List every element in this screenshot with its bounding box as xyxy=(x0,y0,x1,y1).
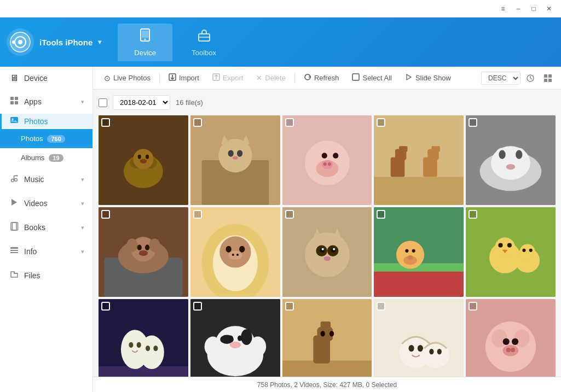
svg-rect-34 xyxy=(544,79,547,82)
photo-6-checkbox[interactable] xyxy=(101,210,110,219)
photo-cell-7[interactable] xyxy=(190,207,280,297)
header: iTools iPhone ▾ Device Toolbox xyxy=(0,17,561,67)
slide-show-button[interactable]: Slide Show xyxy=(400,71,456,85)
tab-device[interactable]: Device xyxy=(118,24,172,61)
date-select[interactable]: 2018-02-01 xyxy=(113,95,170,110)
svg-rect-21 xyxy=(10,250,18,251)
app-name: iTools iPhone xyxy=(39,38,92,47)
sidebar-item-videos[interactable]: Videos ▾ xyxy=(0,191,92,215)
svg-rect-20 xyxy=(10,247,18,249)
photo-cell-1[interactable] xyxy=(99,115,188,205)
photo-8-checkbox[interactable] xyxy=(285,210,294,219)
svg-rect-5 xyxy=(142,31,148,38)
photo-3-checkbox[interactable] xyxy=(285,118,294,127)
photo-cell-4[interactable] xyxy=(374,115,464,205)
clock-view-button[interactable] xyxy=(523,71,538,86)
photo-cell-10[interactable] xyxy=(466,207,556,297)
photo-cell-9[interactable] xyxy=(374,207,464,297)
books-sidebar-icon xyxy=(10,222,19,233)
photo-area: 2018-02-01 16 file(s) xyxy=(93,90,561,377)
svg-point-14 xyxy=(12,119,14,120)
sidebar-item-albums-sub[interactable]: Albums 19 xyxy=(0,148,92,167)
photo-cell-6[interactable] xyxy=(99,207,188,297)
books-arrow-icon: ▾ xyxy=(81,224,84,231)
app-dropdown-icon[interactable]: ▾ xyxy=(98,38,101,46)
sidebar-item-info[interactable]: Info ▾ xyxy=(0,239,92,264)
photo-9-checkbox[interactable] xyxy=(377,210,385,219)
photo-cell-3[interactable] xyxy=(282,115,372,205)
sidebar-item-photos[interactable]: Photos xyxy=(0,114,92,129)
main-layout: 🖥 Device Apps ▾ Photos Photos 760 Albums… xyxy=(0,67,561,392)
select-all-button[interactable]: Select All xyxy=(346,71,397,85)
sidebar-item-apps[interactable]: Apps ▾ xyxy=(0,90,92,114)
svg-line-31 xyxy=(530,78,532,79)
apps-sidebar-icon xyxy=(10,96,19,107)
photo-cell-12[interactable] xyxy=(190,299,280,377)
photo-14-checkbox[interactable] xyxy=(377,302,385,311)
tab-toolbox[interactable]: Toolbox xyxy=(175,24,233,61)
export-button[interactable]: Export xyxy=(207,71,249,85)
photo-15-checkbox[interactable] xyxy=(469,302,477,311)
sidebar-item-books[interactable]: Books ▾ xyxy=(0,215,92,239)
minimize-button[interactable]: – xyxy=(511,1,526,16)
refresh-icon xyxy=(304,73,311,83)
svg-rect-35 xyxy=(548,79,552,82)
photo-cell-13[interactable] xyxy=(282,299,372,377)
menu-button[interactable]: ≡ xyxy=(495,1,511,16)
svg-point-6 xyxy=(144,38,146,40)
svg-rect-10 xyxy=(15,97,18,100)
photo-2-checkbox[interactable] xyxy=(193,118,202,127)
export-label: Export xyxy=(223,74,244,82)
delete-label: Delete xyxy=(265,74,286,82)
photo-1-checkbox[interactable] xyxy=(101,118,110,127)
grid-view-button[interactable] xyxy=(540,71,556,86)
photo-5-checkbox[interactable] xyxy=(469,118,477,127)
photo-cell-2[interactable] xyxy=(190,115,280,205)
sidebar-albums-label: Albums xyxy=(21,154,44,162)
maximize-button[interactable]: □ xyxy=(526,1,541,16)
logo-icon xyxy=(7,28,34,56)
photo-7-checkbox[interactable] xyxy=(193,210,202,219)
photo-cell-8[interactable] xyxy=(282,207,372,297)
svg-marker-28 xyxy=(407,74,411,80)
svg-rect-19 xyxy=(13,223,18,230)
select-all-checkbox[interactable] xyxy=(99,98,107,107)
photo-controls: 2018-02-01 16 file(s) xyxy=(99,95,556,110)
sidebar-item-device[interactable]: 🖥 Device xyxy=(0,67,92,90)
status-text: 758 Photos, 2 Videos, Size: 427 MB, 0 Se… xyxy=(257,381,397,389)
photo-cell-11[interactable] xyxy=(99,299,188,377)
import-button[interactable]: Import xyxy=(163,71,205,85)
refresh-button[interactable]: Refresh xyxy=(298,71,345,85)
device-icon xyxy=(137,28,153,46)
sort-select[interactable]: DESC ASC xyxy=(481,72,520,85)
live-photos-button[interactable]: ⊙ Live Photos xyxy=(99,71,156,85)
music-sidebar-icon xyxy=(10,174,19,185)
photo-cell-14[interactable] xyxy=(374,299,464,377)
photo-11-checkbox[interactable] xyxy=(101,302,110,311)
sidebar-item-photos-sub[interactable]: Photos 760 xyxy=(0,129,92,148)
svg-rect-22 xyxy=(10,252,18,253)
photo-4-checkbox[interactable] xyxy=(377,118,385,127)
svg-rect-32 xyxy=(544,74,547,78)
photo-10-checkbox[interactable] xyxy=(469,210,477,219)
svg-rect-18 xyxy=(11,223,16,230)
file-count: 16 file(s) xyxy=(176,98,203,107)
sidebar-item-files[interactable]: Files xyxy=(0,264,92,288)
svg-point-16 xyxy=(15,179,18,182)
sidebar-videos-label: Videos xyxy=(24,199,76,208)
close-button[interactable]: ✕ xyxy=(541,1,557,16)
apps-arrow-icon: ▾ xyxy=(81,98,84,106)
import-icon xyxy=(169,73,176,83)
delete-button[interactable]: ✕ Delete xyxy=(251,71,291,85)
svg-rect-33 xyxy=(548,74,552,78)
photo-cell-5[interactable] xyxy=(466,115,556,205)
sidebar-item-music[interactable]: Music ▾ xyxy=(0,167,92,191)
videos-sidebar-icon xyxy=(10,198,19,209)
photo-cell-15[interactable] xyxy=(466,299,556,377)
photo-13-checkbox[interactable] xyxy=(285,302,294,311)
sidebar-device-label: Device xyxy=(24,74,84,83)
logo-area: iTools iPhone ▾ xyxy=(7,28,101,56)
photo-12-checkbox[interactable] xyxy=(193,302,202,311)
videos-arrow-icon: ▾ xyxy=(81,200,84,207)
svg-point-2 xyxy=(18,40,22,44)
